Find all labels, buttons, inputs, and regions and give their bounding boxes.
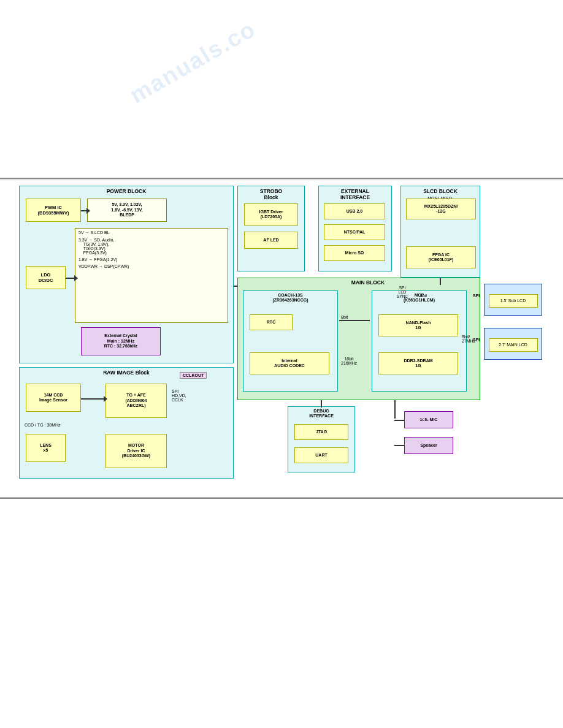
voltage-box: 5V, 3.3V, 1.02V,1.8V, -6.5V, 13V,BLEDP [87, 199, 167, 222]
power-block-label: POWER BLOCK [20, 188, 233, 194]
coach-label: COACH-13S(ZR364263NCCG) [243, 293, 337, 303]
8bit-27mhz-label: 8bit/27MHz [462, 335, 475, 343]
audio-block: InternalAUDIO CODEC [250, 352, 329, 374]
mx-label: MX25L3205DZNI-12G [424, 204, 458, 214]
main-lcd-block: 2.7' MAIN LCD [489, 338, 538, 352]
slcd-block: SLCD BLOCK MX25L3205DZNI-12G MOSI, MISO,… [400, 186, 480, 278]
mlcd-interface: MLCD INTERFACE 2.7' MAIN LCD [484, 328, 542, 360]
crystal-box: External CrystalMain : 12MHzRTC : 32.768… [81, 327, 161, 355]
pwm-ic: PWM IC(BD9355MWV) [26, 199, 81, 222]
ccd-tg-label: CCD / TG : 38MHz [25, 423, 61, 427]
line-main-debug [321, 400, 322, 408]
ldo-dcdc: LDODC/DC [26, 266, 66, 289]
mic-label: 1ch. MIC [420, 417, 438, 422]
mcp-label: MCP(K561G1HLCM) [372, 293, 466, 303]
slcd-block-label: SLCD BLOCK [401, 188, 480, 194]
ext-if-label: EXTERNALINTERFACE [319, 188, 391, 200]
cclkout-label: CCLKOUT [180, 372, 207, 379]
sub-lcd-block: 1.5' Sub LCD [489, 294, 538, 308]
diagram-band: manuals.co POWER BLOCK PWM IC(BD9355MWV)… [0, 179, 563, 498]
line-to-mic [394, 420, 404, 421]
volt-line3: 1.8V → FPGA(1.2V) [75, 256, 228, 263]
igbt-label: IGBT Driver(LD7265A) [259, 210, 283, 220]
line-to-speaker [394, 445, 404, 446]
line-main-mic [394, 400, 396, 419]
motor-label: MOTORDriver IC(BU24033GW) [122, 443, 150, 458]
lens-block: LENSx5 [26, 434, 66, 462]
8bit-right-label: 8bit [420, 294, 427, 298]
line-power-main [234, 286, 237, 287]
volt-line1: 5V → S.LCD BL [75, 229, 228, 237]
speaker-label: Speaker [420, 443, 437, 448]
debug-block: DEBUGINTERFACE JTAG UART [288, 406, 355, 472]
strobo-label: STROBOBlock [238, 188, 304, 200]
nand-label: NAND-Flash1G [406, 320, 431, 331]
pwm-label: PWM IC(BD9355MWV) [38, 205, 69, 216]
volt-line2: 3.3V → SD, Audio, TG(3V, 1.8V), TGIO(3.3… [75, 237, 228, 256]
voltage-label: 5V, 3.3V, 1.02V,1.8V, -6.5V, 13V,BLEDP [111, 202, 142, 218]
spi-hd-label: SPIHD,VD,CCLK [172, 389, 186, 402]
power-block: POWER BLOCK PWM IC(BD9355MWV) LDODC/DC 5… [19, 186, 234, 363]
arrow-ldo-volt [66, 278, 75, 279]
micro-block: Micro SΩ [324, 245, 385, 261]
af-led: AF LED [244, 232, 298, 249]
fpga-label: FPGA IC(ICE65L01F) [429, 252, 453, 263]
top-section [0, 0, 563, 178]
arrow-ccd-tg [81, 398, 104, 400]
fpga-ic: FPGA IC(ICE65L01F) [406, 246, 476, 268]
bottom-section [0, 499, 563, 707]
igbt-driver: IGBT Driver(LD7265A) [244, 203, 298, 226]
tg-afe-block: TG + AFE(ADDI9004ABCZRL) [105, 384, 167, 418]
arrow-pwm-volt [81, 210, 87, 211]
spi-lcd-sync-label: SPILCDSYNC [397, 286, 408, 298]
ccd-block: 14M CCDImage Sensor [26, 384, 81, 412]
mic-block: 1ch. MIC [404, 411, 453, 428]
line-slcd-main [440, 278, 441, 285]
ntsc-block: NTSC/PAL [324, 224, 385, 240]
speaker-block: Speaker [404, 437, 453, 454]
micro-label: Micro SΩ [345, 251, 364, 256]
spi-slcd-label: SPI [473, 294, 480, 298]
volt-line4: VDDPWR → DSP(CPWR) [75, 263, 228, 270]
coach-block: COACH-13S(ZR364263NCCG) RTC InternalAUDI… [243, 290, 338, 392]
8bit-label: 8bit [341, 315, 348, 319]
ddr2-block: DDR2-SDRAM1G [378, 352, 458, 374]
motor-block: MOTORDriver IC(BU24033GW) [105, 434, 167, 468]
usb-block: USB 2.0 [324, 203, 385, 219]
page: manuals.co POWER BLOCK PWM IC(BD9355MWV)… [0, 0, 563, 728]
voltage-lines-box: 5V → S.LCD BL 3.3V → SD, Audio, TG(3V, 1… [75, 228, 228, 323]
external-interface: EXTERNALINTERFACE USB 2.0 NTSC/PAL Micro… [318, 186, 392, 271]
usb-label: USB 2.0 [347, 209, 362, 214]
uart-block: UART [294, 447, 348, 463]
tg-afe-label: TG + AFE(ADDI9004ABCZRL) [125, 393, 147, 408]
sub-lcd-label: 1.5' Sub LCD [500, 298, 526, 303]
raw-image-block: RAW IMAGE Block 14M CCDImage Sensor TG +… [19, 367, 234, 479]
16bit-label: 16bit216MHz [341, 357, 357, 365]
strobo-block: STROBOBlock IGBT Driver(LD7265A) AF LED [237, 186, 305, 271]
ddr2-label: DDR2-SDRAM1G [404, 358, 432, 369]
nand-block: NAND-Flash1G [378, 314, 458, 336]
rtc-block: RTC [250, 314, 293, 330]
mx-chip: MX25L3205DZNI-12G [406, 199, 476, 219]
rtc-label: RTC [267, 320, 275, 325]
slcd-interface: SLCD INTERFACE 1.5' Sub LCD [484, 284, 542, 316]
jtag-block: JTAG [294, 424, 348, 440]
ldo-label: LDODC/DC [39, 272, 53, 283]
audio-label: InternalAUDIO CODEC [274, 358, 305, 369]
diagram-container: POWER BLOCK PWM IC(BD9355MWV) LDODC/DC 5… [18, 184, 545, 485]
mcp-block: MCP(K561G1HLCM) NAND-Flash1G DDR2-SDRAM1… [372, 290, 467, 392]
main-block-label: MAIN BLOCK [256, 279, 480, 286]
debug-label: DEBUGINTERFACE [288, 409, 354, 419]
uart-label: UART [315, 453, 327, 458]
jtag-label: JTAG [316, 430, 327, 434]
crystal-label: External CrystalMain : 12MHzRTC : 32.768… [104, 333, 137, 349]
af-led-label: AF LED [263, 238, 278, 243]
lens-label: LENSx5 [40, 443, 52, 453]
ntsc-label: NTSC/PAL [344, 230, 365, 235]
main-block: MAIN BLOCK COACH-13S(ZR364263NCCG) RTC I… [237, 278, 480, 400]
arrow-coach-mcp [339, 320, 370, 321]
ccd-label: 14M CCDImage Sensor [39, 393, 67, 403]
main-lcd-label: 2.7' MAIN LCD [499, 343, 527, 347]
